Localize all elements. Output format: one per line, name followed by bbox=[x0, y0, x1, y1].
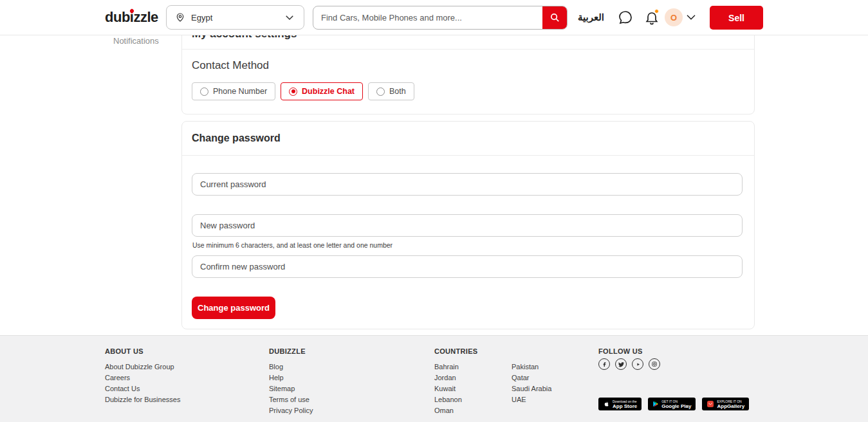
dubizzle-logo[interactable]: dubizzle bbox=[105, 9, 158, 26]
radio-label: Phone Number bbox=[213, 87, 267, 96]
radio-dubizzle-chat[interactable]: Dubizzle Chat bbox=[281, 82, 363, 100]
footer-link-kuwait[interactable]: Kuwait bbox=[434, 383, 512, 394]
sell-button[interactable]: Sell bbox=[710, 6, 763, 30]
logo-text: zzle bbox=[133, 9, 158, 25]
radio-label: Dubizzle Chat bbox=[302, 87, 355, 96]
twitter-link[interactable] bbox=[615, 358, 627, 370]
badge-bottom-line: AppGallery bbox=[717, 403, 744, 409]
country-selector[interactable]: Egypt bbox=[166, 5, 304, 30]
account-menu-button[interactable] bbox=[686, 14, 696, 21]
twitter-icon bbox=[618, 361, 625, 368]
countries-subcolumn-1: Bahrain Jordan Kuwait Lebanon Oman bbox=[434, 362, 512, 416]
footer-link-careers[interactable]: Careers bbox=[105, 372, 180, 383]
search-button[interactable] bbox=[542, 6, 567, 29]
avatar-initial: O bbox=[670, 13, 677, 23]
divider bbox=[182, 49, 754, 50]
footer-link-terms[interactable]: Terms of use bbox=[269, 394, 313, 405]
footer-link-about-group[interactable]: About Dubizzle Group bbox=[105, 362, 180, 372]
logo-i: i bbox=[130, 9, 134, 25]
new-password-input[interactable] bbox=[192, 214, 743, 237]
avatar[interactable]: O bbox=[665, 8, 683, 26]
logo-text: dub bbox=[105, 9, 130, 25]
facebook-icon bbox=[601, 361, 608, 368]
footer-link-saudi-arabia[interactable]: Saudi Arabia bbox=[512, 383, 589, 394]
google-play-icon bbox=[652, 400, 659, 408]
radio-circle-icon bbox=[200, 87, 208, 96]
badge-bottom-line: App Store bbox=[613, 403, 637, 409]
footer-link-pakistan[interactable]: Pakistan bbox=[512, 362, 589, 372]
current-password-input[interactable] bbox=[192, 173, 743, 196]
footer-column-countries: COUNTRIES Bahrain Jordan Kuwait Lebanon … bbox=[434, 347, 589, 416]
radio-circle-icon bbox=[289, 87, 297, 96]
notifications-button[interactable] bbox=[643, 10, 660, 26]
app-badges-row: Download on theApp Store GET IT ONGoogle… bbox=[598, 398, 749, 410]
footer-column-dubizzle: DUBIZZLE Blog Help Sitemap Terms of use … bbox=[269, 347, 313, 416]
instagram-link[interactable] bbox=[649, 358, 660, 370]
chat-bubble-icon bbox=[618, 10, 633, 25]
footer-link-help[interactable]: Help bbox=[269, 372, 313, 383]
google-play-badge[interactable]: GET IT ONGoogle Play bbox=[648, 398, 696, 410]
footer-link-contact-us[interactable]: Contact Us bbox=[105, 383, 180, 394]
footer-link-oman[interactable]: Oman bbox=[434, 405, 512, 416]
app-store-badge[interactable]: Download on theApp Store bbox=[598, 398, 642, 410]
footer-heading: COUNTRIES bbox=[434, 347, 589, 355]
footer-heading: ABOUT US bbox=[105, 347, 180, 355]
footer: ABOUT US About Dubizzle Group Careers Co… bbox=[0, 335, 868, 422]
youtube-link[interactable] bbox=[632, 358, 643, 370]
change-password-title: Change password bbox=[192, 133, 281, 144]
language-switch-link[interactable]: العربية bbox=[578, 12, 604, 23]
social-icons-row bbox=[598, 358, 660, 370]
contact-method-title: Contact Method bbox=[192, 59, 269, 72]
apple-icon bbox=[603, 400, 610, 408]
notification-dot bbox=[654, 9, 659, 14]
youtube-icon bbox=[634, 361, 642, 368]
footer-link-privacy[interactable]: Privacy Policy bbox=[269, 405, 313, 416]
footer-link-sitemap[interactable]: Sitemap bbox=[269, 383, 313, 394]
chevron-down-icon bbox=[284, 12, 295, 23]
radio-circle-icon bbox=[376, 87, 385, 96]
footer-heading: DUBIZZLE bbox=[269, 347, 313, 355]
appgallery-icon bbox=[706, 400, 714, 408]
country-value: Egypt bbox=[191, 13, 278, 23]
footer-heading: FOLLOW US bbox=[598, 347, 643, 355]
radio-phone-number[interactable]: Phone Number bbox=[192, 82, 275, 100]
location-pin-icon bbox=[175, 12, 185, 23]
footer-link-lebanon[interactable]: Lebanon bbox=[434, 394, 512, 405]
top-navbar: dubizzle Egypt العربية O Sell bbox=[0, 0, 868, 35]
facebook-link[interactable] bbox=[598, 358, 610, 370]
chevron-down-icon bbox=[686, 14, 696, 21]
search-input[interactable] bbox=[313, 6, 542, 29]
footer-column-about: ABOUT US About Dubizzle Group Careers Co… bbox=[105, 347, 180, 405]
footer-link-qatar[interactable]: Qatar bbox=[512, 372, 589, 383]
badge-bottom-line: Google Play bbox=[661, 403, 691, 409]
change-password-button[interactable]: Change password bbox=[192, 297, 275, 319]
radio-both[interactable]: Both bbox=[368, 82, 414, 100]
instagram-icon bbox=[651, 360, 658, 368]
change-password-card: Change password Use minimum 6 characters… bbox=[181, 121, 755, 329]
footer-link-jordan[interactable]: Jordan bbox=[434, 372, 512, 383]
footer-link-blog[interactable]: Blog bbox=[269, 362, 313, 372]
countries-subcolumn-2: Pakistan Qatar Saudi Arabia UAE bbox=[512, 362, 589, 416]
footer-link-bahrain[interactable]: Bahrain bbox=[434, 362, 512, 372]
radio-label: Both bbox=[389, 87, 406, 96]
confirm-password-input[interactable] bbox=[192, 255, 743, 278]
search-bar bbox=[313, 6, 568, 30]
divider bbox=[182, 155, 754, 156]
search-icon bbox=[549, 12, 560, 23]
appgallery-badge[interactable]: EXPLORE IT ONAppGallery bbox=[702, 398, 749, 410]
footer-link-uae[interactable]: UAE bbox=[512, 394, 589, 405]
footer-link-businesses[interactable]: Dubizzle for Businesses bbox=[105, 394, 180, 405]
contact-method-options: Phone Number Dubizzle Chat Both bbox=[192, 82, 414, 100]
sidebar-item-notifications[interactable]: Notifications bbox=[113, 36, 159, 46]
password-helper-text: Use minimum 6 characters, and at least o… bbox=[192, 241, 392, 249]
chat-button[interactable] bbox=[617, 10, 633, 26]
